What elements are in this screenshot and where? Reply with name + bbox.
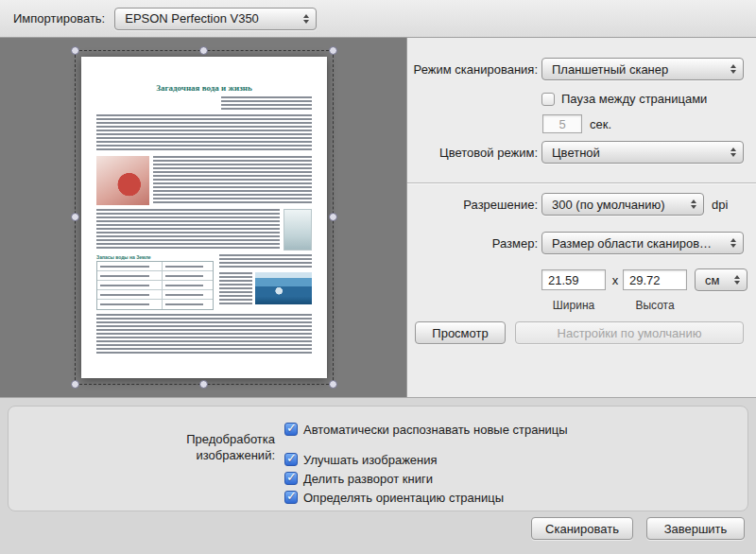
text-placeholder <box>96 314 312 355</box>
height-input[interactable] <box>623 269 687 290</box>
doc-row <box>96 156 312 205</box>
selection-handle-n[interactable] <box>199 46 208 55</box>
preprocessing-options: Автоматически распознавать новые страниц… <box>284 420 568 511</box>
height-label: Высота <box>623 299 687 312</box>
doc-table-column: Запасы воды на Земле <box>96 254 215 310</box>
preprocess-option: Улучшать изображения <box>284 450 568 469</box>
footer-buttons: Сканировать Завершить <box>531 517 745 540</box>
scanner-select[interactable]: EPSON Perfection V350 <box>114 8 317 30</box>
import-toolbar: Импортировать: EPSON Perfection V350 <box>0 0 756 38</box>
pause-checkbox-label: Пауза между страницами <box>561 92 707 106</box>
scanner-select-value: EPSON Perfection V350 <box>125 11 294 26</box>
checkmark-icon <box>286 489 297 503</box>
resolution-select[interactable]: 300 (по умолчанию) <box>541 193 704 216</box>
size-value: Размер области сканиров… <box>552 236 721 251</box>
popup-arrows-icon <box>727 64 739 74</box>
selection-marquee[interactable]: Загадочная вода и жизнь Запасы воды на З… <box>75 50 334 385</box>
split-book-checkbox[interactable] <box>284 472 298 485</box>
color-mode-select[interactable]: Цветной <box>541 141 744 164</box>
text-placeholder <box>96 209 280 251</box>
import-label: Импортировать: <box>13 11 105 26</box>
preview-button[interactable]: Просмотр <box>415 321 506 344</box>
doc-row <box>219 272 312 304</box>
doc-text-column <box>219 254 312 310</box>
doc-image-experiment <box>96 156 149 205</box>
doc-title: Загадочная вода и жизнь <box>96 83 312 93</box>
settings-divider <box>407 182 756 183</box>
selection-handle-se[interactable] <box>329 380 337 389</box>
color-mode-value: Цветной <box>552 146 721 160</box>
doc-table-row <box>97 290 213 300</box>
detect-orientation-checkbox[interactable] <box>284 491 298 504</box>
preprocess-option: Определять ориентацию страницы <box>284 488 568 507</box>
doc-table-row <box>97 262 213 271</box>
pause-seconds-input <box>542 114 582 133</box>
checkmark-icon <box>286 451 297 465</box>
preprocess-option: Делить разворот книги <box>284 469 568 488</box>
doc-image-water-glass <box>284 209 312 251</box>
scan-button[interactable]: Сканировать <box>531 517 633 540</box>
preprocessing-label-text: Предобработка изображений: <box>143 431 275 463</box>
selection-handle-sw[interactable] <box>71 380 79 389</box>
text-placeholder <box>221 96 312 110</box>
doc-image-sea <box>255 272 312 304</box>
finish-button[interactable]: Завершить <box>646 517 745 540</box>
scan-import-window: Импортировать: EPSON Perfection V350 Заг… <box>0 0 756 554</box>
selection-handle-nw[interactable] <box>71 46 79 55</box>
width-input[interactable] <box>541 269 606 290</box>
auto-detect-pages-checkbox[interactable] <box>284 423 298 436</box>
popup-arrows-icon <box>727 238 739 248</box>
split-book-label: Делить разворот книги <box>303 472 433 486</box>
selection-handle-w[interactable] <box>71 213 79 221</box>
detect-orientation-label: Определять ориентацию страницы <box>303 491 504 505</box>
dimension-separator: x <box>608 273 623 287</box>
width-label: Ширина <box>541 299 606 312</box>
size-select[interactable]: Размер области сканиров… <box>541 232 744 254</box>
resolution-value: 300 (по умолчанию) <box>552 198 681 212</box>
auto-detect-pages-label: Автоматически распознавать новые страниц… <box>303 423 568 437</box>
resolution-unit-label: dpi <box>712 198 728 212</box>
resolution-label: Разрешение: <box>407 198 538 212</box>
defaults-button: Настройки по умолчанию <box>515 321 744 344</box>
size-label: Размер: <box>407 236 538 251</box>
text-placeholder <box>96 114 312 152</box>
text-placeholder <box>153 156 312 205</box>
color-mode-label: Цветовой режим: <box>407 146 538 160</box>
scan-settings-panel: Режим сканирования: Планшетный сканер Па… <box>406 38 756 397</box>
pause-checkbox[interactable] <box>541 93 555 106</box>
text-placeholder <box>219 254 312 269</box>
doc-table-row <box>97 281 213 290</box>
selection-handle-e[interactable] <box>329 213 337 221</box>
preprocess-option: Автоматически распознавать новые страниц… <box>284 420 568 439</box>
document-preview: Загадочная вода и жизнь Запасы воды на З… <box>81 57 327 378</box>
selection-handle-s[interactable] <box>199 380 208 389</box>
enhance-images-checkbox[interactable] <box>284 453 298 466</box>
doc-row: Запасы воды на Земле <box>96 254 312 310</box>
popup-arrows-icon <box>727 147 739 157</box>
scan-mode-select[interactable]: Планшетный сканер <box>541 58 744 80</box>
popup-arrows-icon <box>687 199 699 209</box>
bottom-section: Предобработка изображений: Автоматически… <box>0 397 756 554</box>
popup-arrows-icon <box>300 14 312 24</box>
pause-unit-label: сек. <box>590 117 611 131</box>
scan-mode-value: Планшетный сканер <box>552 62 721 77</box>
preview-area: Загадочная вода и жизнь Запасы воды на З… <box>0 38 406 397</box>
preprocessing-panel: Предобработка изображений: Автоматически… <box>8 406 748 511</box>
checkmark-icon <box>286 421 297 435</box>
doc-table-caption: Запасы воды на Земле <box>96 254 215 260</box>
doc-row <box>96 209 312 251</box>
scan-mode-label: Режим сканирования: <box>407 62 538 77</box>
unit-select[interactable]: см <box>695 268 747 291</box>
doc-table-row <box>97 271 213 281</box>
doc-table <box>96 261 214 310</box>
text-placeholder <box>219 272 252 304</box>
selection-handle-ne[interactable] <box>329 46 337 55</box>
doc-table-row <box>97 300 213 309</box>
checkmark-icon <box>286 470 297 484</box>
unit-value: см <box>705 273 725 287</box>
stepper-arrows-icon <box>730 275 743 285</box>
preprocessing-label: Предобработка изображений: <box>9 431 284 511</box>
enhance-images-label: Улучшать изображения <box>303 453 438 467</box>
